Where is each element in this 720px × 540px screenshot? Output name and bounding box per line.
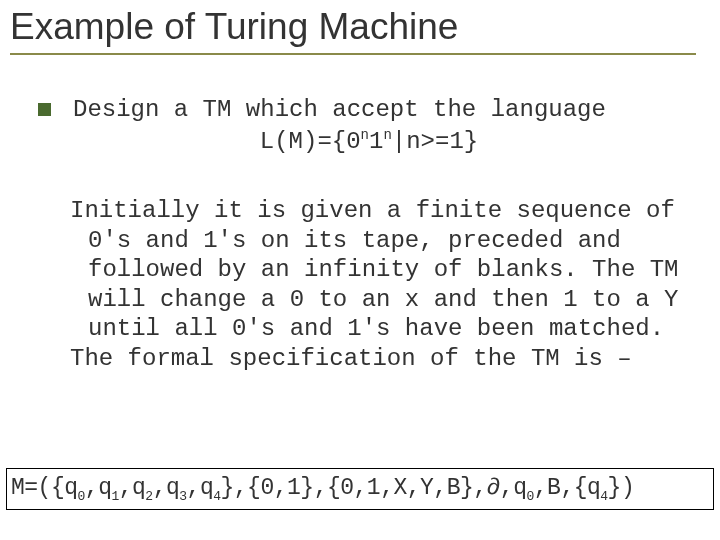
ss1: 1	[111, 489, 118, 504]
ss3: 3	[179, 489, 186, 504]
spec-box: M=({q0,q1,q2,q3,q4},{0,1},{0,1,X,Y,B},∂,…	[6, 468, 714, 510]
title-wrap: Example of Turing Machine	[10, 8, 696, 55]
line1-text: Design a TM which accept the language	[73, 95, 606, 125]
lang-sup2: n	[383, 127, 391, 143]
paragraph-description: Initially it is given a finite sequence …	[70, 196, 700, 344]
lang-suffix: |n>=1}	[392, 128, 478, 155]
slide: Example of Turing Machine Design a TM wh…	[0, 0, 720, 540]
paragraph-formal-spec-intro: The formal specification of the TM is –	[70, 344, 700, 374]
slide-body: Design a TM which accept the language L(…	[38, 95, 700, 373]
lang-prefix: L(M)={0	[260, 128, 361, 155]
ss2: 2	[145, 489, 152, 504]
sp2: ,q	[119, 475, 146, 501]
spec-line: M=({q0,q1,q2,q3,q4},{0,1},{0,1,X,Y,B},∂,…	[7, 475, 713, 501]
slide-title: Example of Turing Machine	[10, 8, 696, 55]
sp6: ,B,{q	[534, 475, 601, 501]
sp5: },{0,1},{0,1,X,Y,B},∂,q	[221, 475, 527, 501]
lang-mid: 1	[369, 128, 383, 155]
language-definition: L(M)={0n1n|n>=1}	[38, 127, 700, 157]
bullet-icon	[38, 103, 51, 116]
lang-sup1: n	[361, 127, 369, 143]
sp1: ,q	[85, 475, 112, 501]
ss4: 4	[213, 489, 220, 504]
sp4: ,q	[187, 475, 214, 501]
sp3: ,q	[153, 475, 180, 501]
sp0: M=({q	[11, 475, 78, 501]
ss5: 0	[526, 489, 533, 504]
sp7: })	[608, 475, 635, 501]
ss6: 4	[600, 489, 607, 504]
ss0: 0	[78, 489, 85, 504]
body-line1: Design a TM which accept the language	[38, 95, 700, 125]
